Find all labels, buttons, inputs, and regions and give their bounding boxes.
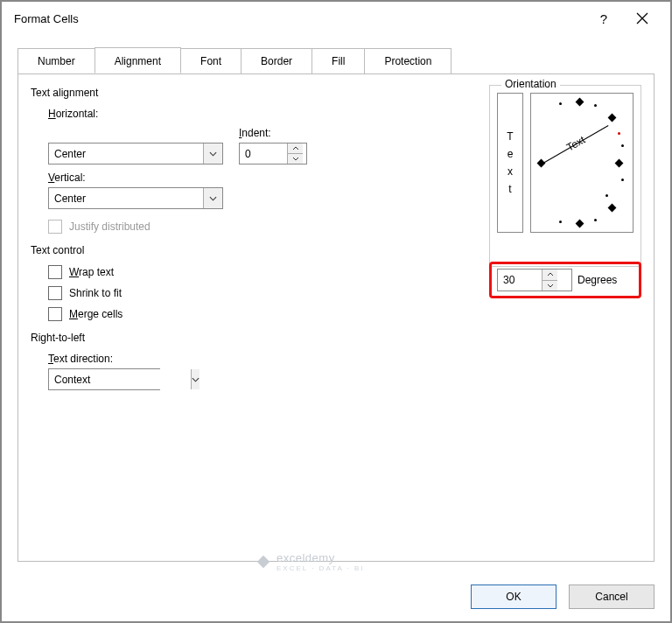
degrees-input[interactable]	[498, 270, 542, 290]
degrees-row: Degrees	[489, 262, 641, 298]
orientation-group: Orientation T e x t	[489, 74, 641, 298]
orientation-heading: Orientation	[501, 78, 560, 90]
vertical-input[interactable]	[49, 188, 203, 208]
close-button[interactable]	[623, 5, 662, 32]
tab-number[interactable]: Number	[18, 48, 95, 74]
vertical-label: Vertical:	[48, 172, 346, 184]
orientation-box: T e x t Text	[489, 85, 641, 267]
text-direction-input[interactable]	[49, 369, 191, 389]
titlebar: Format Cells ?	[2, 2, 670, 35]
vertical-text-button[interactable]: T e x t	[497, 93, 523, 233]
tab-protection[interactable]: Protection	[364, 48, 452, 74]
wrap-text-checkbox[interactable]: Wrap text	[48, 265, 346, 279]
text-direction-label: Text direction:	[48, 353, 346, 365]
checkbox-box	[48, 307, 62, 321]
degrees-up[interactable]	[542, 270, 557, 281]
justify-label: Justify distributed	[69, 220, 150, 233]
horizontal-label: Horizontal:	[48, 108, 346, 120]
indent-group: Indent:	[239, 123, 307, 164]
degrees-spinner[interactable]	[497, 269, 572, 291]
chevron-down-icon[interactable]	[191, 369, 200, 389]
watermark-sub: EXCEL · DATA · BI	[276, 564, 365, 572]
tab-font[interactable]: Font	[180, 48, 242, 74]
orientation-dial[interactable]: Text	[530, 93, 634, 233]
text-direction-combo[interactable]	[48, 368, 160, 390]
vertical-combo[interactable]	[48, 187, 223, 209]
shrink-label: Shrink to fit	[69, 287, 122, 299]
wrap-label: Wrap text	[69, 266, 114, 278]
indent-spinner[interactable]	[239, 143, 307, 164]
help-button[interactable]: ?	[584, 5, 623, 32]
watermark: exceldemy EXCEL · DATA · BI	[256, 551, 365, 572]
degrees-down[interactable]	[542, 281, 557, 291]
chevron-down-icon[interactable]	[203, 188, 222, 208]
indent-input[interactable]	[240, 144, 287, 164]
shrink-to-fit-checkbox[interactable]: Shrink to fit	[48, 286, 346, 300]
indent-up[interactable]	[288, 144, 303, 154]
horizontal-input[interactable]	[49, 144, 203, 164]
alignment-panel: Text alignment Horizontal: Indent: Verti…	[18, 74, 654, 562]
checkbox-box	[48, 286, 62, 300]
text-control-heading: Text control	[31, 244, 346, 256]
rtl-heading: Right-to-left	[31, 332, 346, 344]
orientation-text: Text	[564, 133, 587, 153]
merge-label: Merge cells	[69, 308, 122, 320]
tab-fill[interactable]: Fill	[312, 48, 365, 74]
left-column: Text alignment Horizontal: Indent: Verti…	[31, 87, 346, 390]
merge-cells-checkbox[interactable]: Merge cells	[48, 307, 346, 321]
indent-down[interactable]	[288, 154, 303, 164]
help-icon: ?	[600, 11, 607, 26]
checkbox-box	[48, 265, 62, 279]
ok-button[interactable]: OK	[471, 584, 556, 609]
text-alignment-heading: Text alignment	[31, 87, 346, 99]
tab-strip: Number Alignment Font Border Fill Protec…	[18, 47, 670, 74]
window-title: Format Cells	[14, 12, 79, 25]
tab-alignment[interactable]: Alignment	[94, 47, 181, 74]
indent-label: Indent:	[239, 127, 307, 139]
cancel-button[interactable]: Cancel	[569, 584, 654, 609]
horizontal-combo[interactable]	[48, 143, 223, 164]
logo-icon	[256, 554, 271, 570]
dialog-footer: OK Cancel	[471, 584, 654, 609]
close-icon	[636, 12, 648, 24]
degrees-label: Degrees	[578, 274, 617, 286]
chevron-down-icon[interactable]	[203, 144, 222, 164]
tab-border[interactable]: Border	[241, 48, 312, 74]
svg-marker-2	[257, 556, 270, 568]
checkbox-box	[48, 220, 62, 234]
justify-distributed-checkbox: Justify distributed	[48, 220, 346, 234]
watermark-brand: exceldemy	[276, 551, 335, 564]
